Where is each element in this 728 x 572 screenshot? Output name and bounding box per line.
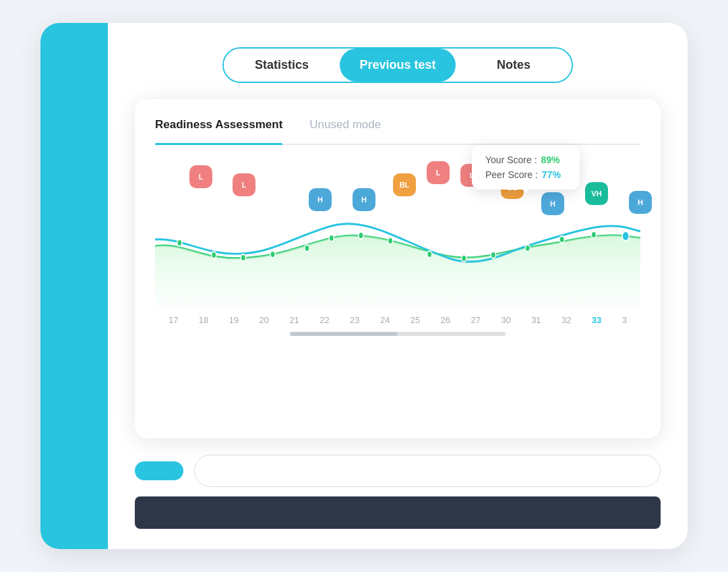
svg-point-1 xyxy=(212,252,216,258)
svg-point-12 xyxy=(559,236,564,243)
peer-score-value: 77% xyxy=(542,169,561,180)
svg-point-9 xyxy=(462,255,466,262)
tab-previous-test[interactable]: Previous test xyxy=(340,49,456,82)
card-tab-unused[interactable]: Unused mode xyxy=(309,118,381,137)
svg-point-14 xyxy=(622,231,629,241)
main-window: Statistics Previous test Notes Readiness… xyxy=(40,23,688,549)
your-score-label: Your Score : xyxy=(485,154,537,165)
bottom-area xyxy=(135,455,661,529)
svg-point-2 xyxy=(241,254,245,261)
scrollbar-track[interactable] xyxy=(290,332,506,336)
scrollbar-area xyxy=(155,332,640,336)
bottom-dark-bar xyxy=(135,496,661,529)
badge-L-3: L xyxy=(427,161,450,184)
top-tab-bar: Statistics Previous test Notes xyxy=(222,47,573,83)
badge-L-2: L xyxy=(233,173,255,196)
svg-point-6 xyxy=(359,232,363,239)
tab-statistics[interactable]: Statistics xyxy=(224,49,340,82)
badge-BL-1: BL xyxy=(393,173,416,196)
badge-H-2: H xyxy=(353,188,375,211)
svg-point-8 xyxy=(427,251,432,258)
badge-H-4: H xyxy=(629,191,652,214)
svg-point-7 xyxy=(388,237,392,244)
your-score-value: 89% xyxy=(541,154,560,165)
green-fill xyxy=(155,235,640,307)
bottom-text-input[interactable] xyxy=(194,455,661,487)
content-area: Statistics Previous test Notes Readiness… xyxy=(108,23,688,549)
main-card: Readiness Assessment Unused mode Your Sc… xyxy=(135,99,661,438)
svg-point-3 xyxy=(270,251,275,258)
tab-notes[interactable]: Notes xyxy=(456,49,572,82)
svg-point-4 xyxy=(305,245,309,252)
scrollbar-thumb[interactable] xyxy=(290,332,398,336)
badge-H-1: H xyxy=(309,188,332,211)
peer-score-row: Peer Score : 77% xyxy=(485,169,566,180)
svg-point-5 xyxy=(329,235,334,241)
score-tooltip: Your Score : 89% Peer Score : 77% xyxy=(472,145,580,190)
x-axis-labels: 17 18 19 20 21 22 23 24 25 26 27 30 31 3… xyxy=(155,315,640,325)
your-score-row: Your Score : 89% xyxy=(485,154,566,165)
peer-score-label: Peer Score : xyxy=(485,169,538,180)
svg-point-10 xyxy=(491,252,495,258)
card-tab-readiness[interactable]: Readiness Assessment xyxy=(155,118,282,137)
badge-H-3: H xyxy=(541,192,564,215)
svg-point-13 xyxy=(591,231,596,238)
badge-L-1: L xyxy=(189,165,212,188)
left-accent-bar xyxy=(40,23,108,549)
bottom-action-button[interactable] xyxy=(135,461,183,480)
badge-VH-1: VH xyxy=(585,182,608,205)
svg-point-0 xyxy=(177,239,182,246)
svg-point-11 xyxy=(525,245,530,252)
card-tab-bar: Readiness Assessment Unused mode xyxy=(155,118,640,145)
bottom-input-row xyxy=(135,455,661,487)
